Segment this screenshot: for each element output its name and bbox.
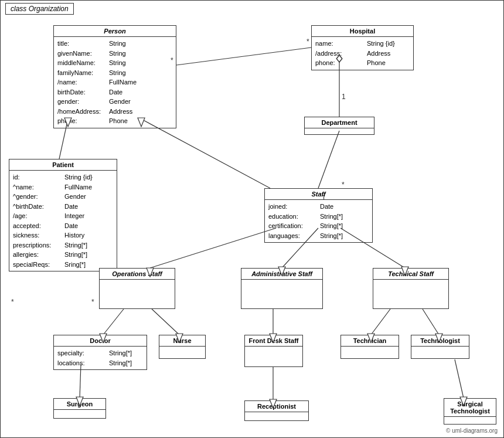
svg-line-9 bbox=[176, 47, 311, 65]
class-doctor-attrs: specialty:String[*] locations:String[*] bbox=[54, 347, 147, 369]
svg-line-5 bbox=[141, 119, 270, 188]
svg-line-18 bbox=[152, 309, 179, 335]
class-receptionist-attrs bbox=[245, 412, 308, 418]
svg-line-30 bbox=[455, 359, 464, 398]
class-patient-name: Patient bbox=[9, 159, 117, 171]
class-doctor-name: Doctor bbox=[54, 335, 147, 347]
class-patient-attrs: id:String {id} ^name:FullName ^gender:Ge… bbox=[9, 171, 117, 271]
svg-line-8 bbox=[318, 131, 339, 188]
svg-text:*: * bbox=[91, 298, 94, 306]
class-patient: Patient id:String {id} ^name:FullName ^g… bbox=[9, 159, 117, 271]
class-department-attrs bbox=[305, 128, 374, 134]
svg-text:*: * bbox=[307, 38, 309, 46]
class-operations-staff-attrs bbox=[100, 280, 175, 291]
class-technical-staff-name: Technical Staff bbox=[373, 269, 448, 280]
class-receptionist: Receptionist bbox=[244, 400, 309, 421]
class-hospital-attrs: name:String {id} /address:Address phone:… bbox=[312, 37, 413, 70]
class-person-attrs: title:String givenName:String middleName… bbox=[54, 37, 176, 128]
class-staff-name: Staff bbox=[265, 189, 372, 200]
svg-line-22 bbox=[371, 309, 390, 335]
class-surgical-technologist-attrs bbox=[444, 417, 496, 423]
copyright: © uml-diagrams.org bbox=[446, 427, 498, 434]
diagram-container: class Organization Person title:String g… bbox=[0, 0, 504, 438]
svg-text:*: * bbox=[342, 181, 345, 189]
svg-line-16 bbox=[103, 309, 124, 335]
class-department-name: Department bbox=[305, 117, 374, 128]
svg-text:*: * bbox=[11, 298, 14, 306]
class-department: Department bbox=[304, 117, 374, 135]
diagram-title: class Organization bbox=[5, 3, 74, 15]
class-staff-attrs: joined:Date education:String[*] certific… bbox=[265, 200, 372, 242]
class-technician-name: Technician bbox=[341, 335, 399, 347]
class-front-desk-staff: Front Desk Staff bbox=[244, 335, 303, 367]
class-operations-staff-name: Operations Staff bbox=[100, 269, 175, 280]
class-technical-staff-attrs bbox=[373, 280, 448, 291]
class-nurse: Nurse bbox=[159, 335, 206, 359]
svg-line-24 bbox=[423, 309, 439, 335]
class-receptionist-name: Receptionist bbox=[245, 401, 308, 412]
class-administrative-staff: Administrative Staff bbox=[241, 268, 323, 309]
class-technician: Technician bbox=[340, 335, 399, 359]
class-nurse-name: Nurse bbox=[159, 335, 205, 347]
class-person: Person title:String givenName:String mid… bbox=[53, 25, 176, 128]
class-person-name: Person bbox=[54, 26, 176, 37]
class-doctor: Doctor specialty:String[*] locations:Str… bbox=[53, 335, 147, 370]
class-surgical-technologist-name: Surgical Technologist bbox=[444, 399, 496, 417]
class-front-desk-staff-attrs bbox=[245, 347, 302, 358]
class-staff: Staff joined:Date education:String[*] ce… bbox=[264, 188, 373, 243]
class-technologist-attrs bbox=[411, 347, 469, 358]
svg-line-10 bbox=[150, 228, 276, 268]
class-technical-staff: Technical Staff bbox=[373, 268, 449, 309]
class-hospital-name: Hospital bbox=[312, 26, 413, 37]
class-front-desk-staff-name: Front Desk Staff bbox=[245, 335, 302, 347]
class-surgeon-attrs bbox=[54, 410, 105, 416]
class-surgical-technologist: Surgical Technologist bbox=[444, 398, 496, 425]
svg-text:1: 1 bbox=[342, 93, 346, 101]
class-surgeon-name: Surgeon bbox=[54, 399, 105, 410]
class-hospital: Hospital name:String {id} /address:Addre… bbox=[311, 25, 414, 70]
class-technologist-name: Technologist bbox=[411, 335, 469, 347]
class-administrative-staff-name: Administrative Staff bbox=[241, 269, 322, 280]
class-technician-attrs bbox=[341, 347, 399, 358]
class-surgeon: Surgeon bbox=[53, 398, 106, 419]
class-nurse-attrs bbox=[159, 347, 205, 358]
class-administrative-staff-attrs bbox=[241, 280, 322, 291]
class-operations-staff: Operations Staff bbox=[99, 268, 175, 309]
class-technologist: Technologist bbox=[411, 335, 469, 359]
